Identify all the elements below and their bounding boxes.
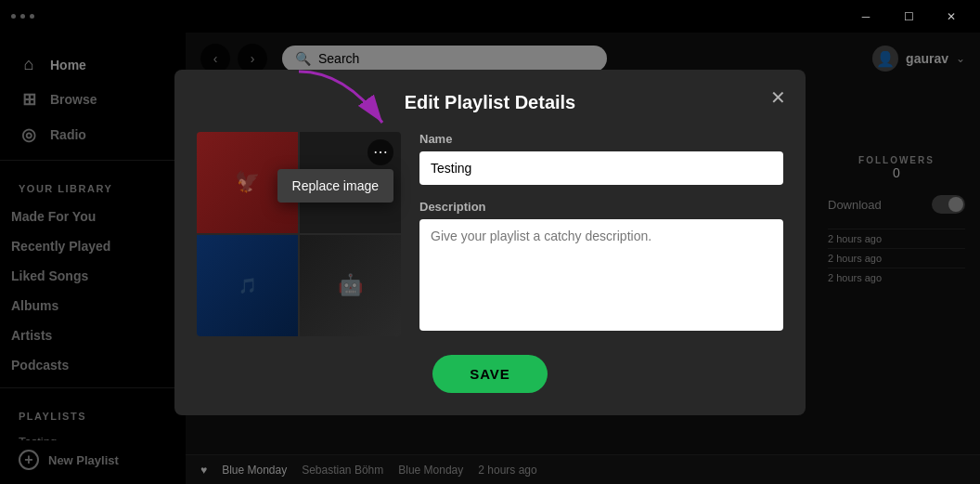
maximize-button[interactable]: ☐ <box>887 0 930 33</box>
title-dot-1 <box>11 14 16 19</box>
three-dots-button[interactable]: ⋯ <box>368 139 393 165</box>
title-dot-3 <box>30 14 34 19</box>
name-input[interactable] <box>419 151 783 185</box>
modal-title: Edit Playlist Details <box>197 92 783 113</box>
form-fields: Name Description <box>419 132 783 336</box>
playlist-collage: 🦅 👤 🎵 🤖 <box>197 132 401 336</box>
title-dot-2 <box>20 14 25 19</box>
playlist-image-area: 🦅 👤 🎵 🤖 ⋯ Replace image <box>197 132 401 336</box>
name-label: Name <box>419 132 783 146</box>
edit-playlist-modal: Edit Playlist Details ✕ 🦅 👤 🎵 🤖 ⋯ <box>174 70 806 415</box>
title-bar: ─ ☐ ✕ <box>0 0 980 33</box>
modal-overlay: Edit Playlist Details ✕ 🦅 👤 🎵 🤖 ⋯ <box>0 0 980 484</box>
title-bar-dots <box>11 14 34 19</box>
replace-image-dropdown[interactable]: Replace image <box>277 169 393 203</box>
save-button[interactable]: SAVE <box>432 355 548 393</box>
collage-cell-4: 🤖 <box>300 235 401 336</box>
modal-close-button[interactable]: ✕ <box>765 85 791 111</box>
close-button[interactable]: ✕ <box>930 0 973 33</box>
modal-body: 🦅 👤 🎵 🤖 ⋯ Replace image <box>197 132 783 336</box>
replace-image-label: Replace image <box>292 178 379 193</box>
title-bar-controls: ─ ☐ ✕ <box>845 0 973 33</box>
description-label: Description <box>419 200 783 214</box>
collage-cell-3: 🎵 <box>197 235 298 336</box>
description-textarea[interactable] <box>419 219 783 331</box>
minimize-button[interactable]: ─ <box>845 0 887 33</box>
